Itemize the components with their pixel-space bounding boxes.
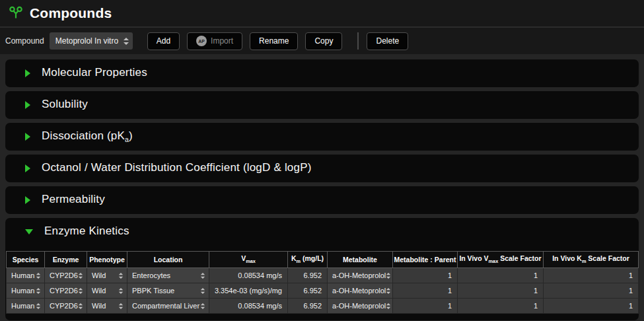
metabolite-select[interactable]: a-OH-Metoprolol xyxy=(328,268,393,283)
stepper-icon xyxy=(201,288,205,294)
compound-label: Compound xyxy=(5,36,44,46)
km-field[interactable]: 6.952 xyxy=(288,283,328,299)
section-header-enzyme-kinetics[interactable]: Enzyme Kinetics xyxy=(5,218,639,246)
select-stepper-icon xyxy=(124,38,129,45)
species-select[interactable]: Human xyxy=(7,283,45,299)
metabolite-parent-field[interactable]: 1 xyxy=(393,299,458,314)
section-header-octanol-water[interactable]: Octanol / Water Distribution Coefficient… xyxy=(5,155,639,182)
stepper-icon xyxy=(36,303,40,309)
col-header-species: Species xyxy=(7,252,45,268)
section-permeability: Permeability xyxy=(5,186,639,214)
enzyme-kinetics-table: Species Enzyme Phenotype Location Vmax K… xyxy=(6,251,639,314)
enzyme-select[interactable]: CYP2D6 xyxy=(45,283,87,299)
delete-button[interactable]: Delete xyxy=(367,32,408,50)
phenotype-select[interactable]: Wild xyxy=(87,268,127,283)
stepper-icon xyxy=(386,288,390,294)
compound-toolbar: Compound Metoprolol In vitro Add AP Impo… xyxy=(0,28,644,54)
compound-select[interactable]: Metoprolol In vitro xyxy=(50,32,133,50)
section-label: Dissociation (pKa) xyxy=(42,129,133,143)
section-label: Molecular Properties xyxy=(42,66,147,80)
col-header-metabolite: Metabolite xyxy=(328,252,393,268)
section-solubility: Solubility xyxy=(5,91,639,119)
rename-button[interactable]: Rename xyxy=(250,32,298,50)
metabolite-select[interactable]: a-OH-Metoprolol xyxy=(328,299,393,314)
section-label: Permeability xyxy=(42,193,105,207)
km-field[interactable]: 6.952 xyxy=(288,299,328,314)
chevron-right-icon xyxy=(25,101,30,109)
section-header-permeability[interactable]: Permeability xyxy=(5,186,639,214)
metabolite-parent-field[interactable]: 1 xyxy=(393,283,458,299)
invivo-vmax-sf-field[interactable]: 1 xyxy=(458,283,544,299)
col-header-invivo-km-sf: In Vivo Km Scale Factor xyxy=(544,252,639,268)
section-label: Enzyme Kinetics xyxy=(44,225,129,238)
chevron-right-icon xyxy=(25,133,30,141)
section-label: Octanol / Water Distribution Coefficient… xyxy=(42,161,312,175)
stepper-icon xyxy=(119,273,123,279)
add-button[interactable]: Add xyxy=(147,32,180,50)
section-molecular-properties: Molecular Properties xyxy=(5,59,639,87)
table-row: Human CYP2D6 Wild Enterocytes 0.08534 mg… xyxy=(7,268,639,283)
stepper-icon xyxy=(386,273,390,279)
enzyme-select[interactable]: CYP2D6 xyxy=(45,299,87,314)
stepper-icon xyxy=(79,303,83,309)
section-header-molecular-properties[interactable]: Molecular Properties xyxy=(5,59,639,87)
stepper-icon xyxy=(119,303,123,309)
section-octanol-water: Octanol / Water Distribution Coefficient… xyxy=(5,155,639,182)
metabolite-select[interactable]: a-OH-Metoprolol xyxy=(328,283,393,299)
app-header: Compounds xyxy=(0,0,644,28)
col-header-phenotype: Phenotype xyxy=(87,252,127,268)
km-field[interactable]: 6.952 xyxy=(288,268,328,283)
col-header-metabolite-parent: Metabolite : Parent xyxy=(393,252,458,268)
copy-button[interactable]: Copy xyxy=(305,32,342,50)
invivo-vmax-sf-field[interactable]: 1 xyxy=(458,268,544,283)
import-button[interactable]: AP Import xyxy=(187,32,242,50)
stepper-icon xyxy=(36,273,40,279)
molecule-icon xyxy=(8,5,24,21)
col-header-enzyme: Enzyme xyxy=(45,252,87,268)
chevron-right-icon xyxy=(25,69,30,77)
invivo-km-sf-field[interactable]: 1 xyxy=(544,268,639,283)
page-title: Compounds xyxy=(30,5,112,21)
col-header-vmax: Vmax xyxy=(209,252,288,268)
table-header-row: Species Enzyme Phenotype Location Vmax K… xyxy=(7,252,639,268)
toolbar-divider xyxy=(357,32,359,50)
compound-select-value: Metoprolol In vitro xyxy=(55,36,118,46)
section-dissociation: Dissociation (pKa) xyxy=(5,123,639,151)
col-header-location: Location xyxy=(127,252,209,268)
content-area: Molecular Properties Solubility Dissocia… xyxy=(0,54,644,320)
ap-logo-icon: AP xyxy=(196,36,207,46)
phenotype-select[interactable]: Wild xyxy=(87,299,127,314)
vmax-field[interactable]: 0.08534 mg/s xyxy=(209,299,288,314)
species-select[interactable]: Human xyxy=(7,268,45,283)
invivo-vmax-sf-field[interactable]: 1 xyxy=(458,299,544,314)
location-select[interactable]: Enterocytes xyxy=(127,268,209,283)
invivo-km-sf-field[interactable]: 1 xyxy=(544,283,639,299)
enzyme-select[interactable]: CYP2D6 xyxy=(45,268,87,283)
section-header-solubility[interactable]: Solubility xyxy=(5,91,639,119)
table-row: Human CYP2D6 Wild Compartmental Liver 0.… xyxy=(7,299,639,314)
location-select[interactable]: Compartmental Liver xyxy=(127,299,209,314)
phenotype-select[interactable]: Wild xyxy=(87,283,127,299)
location-select[interactable]: PBPK Tissue xyxy=(127,283,209,299)
section-label: Solubility xyxy=(42,98,88,112)
table-row: Human CYP2D6 Wild PBPK Tissue 3.354e-03 … xyxy=(7,283,639,299)
stepper-icon xyxy=(79,273,83,279)
chevron-right-icon xyxy=(25,196,30,204)
species-select[interactable]: Human xyxy=(7,299,45,314)
stepper-icon xyxy=(201,303,205,309)
section-enzyme-kinetics: Enzyme Kinetics Species Enzyme Phenotype… xyxy=(5,218,639,320)
vmax-field[interactable]: 3.354e-03 (mg/s)/mg xyxy=(209,283,288,299)
stepper-icon xyxy=(386,303,390,309)
section-header-dissociation[interactable]: Dissociation (pKa) xyxy=(5,123,639,151)
chevron-down-icon xyxy=(25,229,33,234)
chevron-right-icon xyxy=(25,164,30,172)
stepper-icon xyxy=(119,288,123,294)
stepper-icon xyxy=(79,288,83,294)
stepper-icon xyxy=(201,273,205,279)
col-header-km: Km (mg/L) xyxy=(288,252,328,268)
vmax-field[interactable]: 0.08534 mg/s xyxy=(209,268,288,283)
stepper-icon xyxy=(36,288,40,294)
col-header-invivo-vmax-sf: In Vivo Vmax Scale Factor xyxy=(458,252,544,268)
metabolite-parent-field[interactable]: 1 xyxy=(393,268,458,283)
invivo-km-sf-field[interactable]: 1 xyxy=(544,299,639,314)
